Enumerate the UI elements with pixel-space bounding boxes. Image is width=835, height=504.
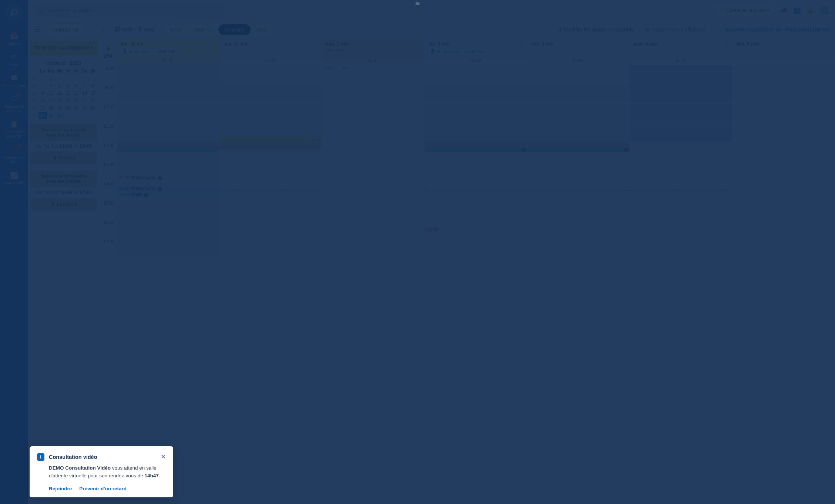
location-nantes-button[interactable]: 🗓 Nantes: [30, 151, 97, 164]
calendar-cell[interactable]: [630, 123, 732, 142]
avatar[interactable]: [819, 4, 830, 16]
edit-openings-link[interactable]: 🗓 Modifier les plages d'ouverture: [557, 27, 634, 33]
view-day[interactable]: Journée: [188, 24, 218, 35]
calendar-cell[interactable]: 14:30 DEMO Camille🎥14:47 DEMO🎥: [117, 181, 219, 200]
mini-cal-day[interactable]: 25: [55, 104, 64, 112]
mini-cal-day[interactable]: 28: [81, 104, 89, 112]
calendar-cell[interactable]: [219, 219, 322, 238]
rail-item-4[interactable]: 📋Gestion des patients: [0, 117, 28, 142]
rail-item-0[interactable]: 📅Agenda: [0, 28, 28, 49]
calendar-cell[interactable]: [630, 181, 732, 200]
mini-cal-day[interactable]: 31: [47, 112, 56, 119]
app-logo[interactable]: D: [5, 3, 23, 21]
day-header-6[interactable]: dim. 5 nov.⋮-: [732, 39, 835, 65]
calendar-cell[interactable]: [630, 200, 732, 219]
mini-cal-day[interactable]: 22: [89, 97, 97, 104]
slot-pill[interactable]: 16:45: [425, 227, 439, 232]
calendar-cell[interactable]: [425, 123, 527, 142]
calendar-cell[interactable]: [732, 84, 835, 104]
rail-item-2[interactable]: 💬Doctolib Team: [0, 70, 28, 91]
rail-item-3[interactable]: 🗨1Messagerie patients: [0, 91, 28, 117]
mini-cal-day[interactable]: 23: [38, 104, 47, 112]
calendar-cell[interactable]: [219, 181, 322, 200]
mini-cal-day[interactable]: 15: [89, 90, 97, 97]
mini-cal-day[interactable]: 27: [72, 104, 81, 112]
calendar-cell[interactable]: 🎥: [527, 142, 630, 161]
mini-cal-day[interactable]: 11: [55, 90, 64, 97]
display-settings-link[interactable]: 🖥 Paramètres d'affichage: [645, 27, 705, 33]
mini-cal-day[interactable]: 4: [55, 82, 64, 90]
mini-cal-day[interactable]: 26: [64, 104, 72, 112]
contact-support-button[interactable]: ❔ Contacter le support: [712, 4, 775, 16]
mini-cal-day[interactable]: 5: [64, 82, 72, 90]
mini-cal-day[interactable]: 1: [47, 75, 56, 82]
mini-cal-next[interactable]: ›: [89, 60, 97, 66]
mini-cal-day[interactable]: 16: [38, 97, 47, 104]
calendar-cell[interactable]: [425, 104, 527, 123]
calendar-cell[interactable]: [630, 84, 732, 104]
calendar-cell[interactable]: [527, 238, 630, 258]
calendar-cell[interactable]: [732, 65, 835, 84]
calendar-cell[interactable]: [117, 123, 219, 142]
calendar-cell[interactable]: [527, 65, 630, 84]
tab-chip[interactable]: Tous…: [340, 65, 354, 70]
mini-cal-day[interactable]: 30: [38, 112, 47, 119]
calendar-cell[interactable]: [630, 104, 732, 123]
calendar-cell[interactable]: [527, 181, 630, 200]
view-week[interactable]: Semaine: [218, 24, 251, 35]
rail-item-5[interactable]: 🎥!Consultation vidéo: [0, 142, 28, 168]
calendar-cell[interactable]: [630, 142, 732, 161]
mini-cal-day[interactable]: 29: [89, 104, 97, 112]
day-menu-icon[interactable]: ⋮: [519, 41, 524, 47]
calendar-cell[interactable]: [322, 200, 425, 219]
location-levallois-button[interactable]: 🗓 Levallois: [30, 198, 97, 210]
day-header-5[interactable]: sam. 4 nov.⋮0 / 19: [630, 39, 732, 65]
calendar-cell[interactable]: [219, 161, 322, 181]
lock-icon[interactable]: 🔒: [805, 6, 815, 14]
calendar-cell[interactable]: [117, 104, 219, 123]
day-menu-icon[interactable]: ⋮: [621, 41, 627, 47]
calendar-cell[interactable]: [322, 123, 425, 142]
calendar-cell[interactable]: [732, 181, 835, 200]
day-header-3[interactable]: jeu. 2 nov.👤Dr. Charles S… 09h30-10h⋮0 /…: [425, 39, 527, 65]
calendar-cell[interactable]: [732, 123, 835, 142]
appointment[interactable]: 14:47 DEMO🎥: [118, 192, 218, 198]
calendar-cell[interactable]: [219, 200, 322, 219]
practitioner-chip[interactable]: 👤Dr. Charles S… 09h30-19h: [121, 48, 177, 54]
mini-cal-day[interactable]: 13: [72, 90, 81, 97]
tab-chip[interactable]: ejzyy…: [323, 65, 338, 70]
day-menu-icon[interactable]: ⋮: [416, 41, 421, 47]
calendar-cell[interactable]: [219, 84, 322, 104]
calendar-cell[interactable]: [527, 200, 630, 219]
day-header-2[interactable]: mer. 1 nov.Toussaint⋮0 / 0: [322, 39, 425, 65]
rail-item-6[interactable]: 📈Mon activité: [0, 168, 28, 189]
calendar-cell[interactable]: 16:45: [425, 219, 527, 238]
calendar-cell[interactable]: [630, 65, 732, 84]
day-menu-icon[interactable]: ⋮: [724, 41, 729, 47]
calendar-cell[interactable]: [425, 181, 527, 200]
calendar-cell[interactable]: [219, 65, 322, 84]
calendar-cell[interactable]: [425, 200, 527, 219]
calendar-cell[interactable]: [732, 142, 835, 161]
calendar-cell[interactable]: [630, 219, 732, 238]
appointment[interactable]: 13:45 DEMO Camille🎥: [118, 175, 218, 181]
mini-cal-day[interactable]: 10: [47, 90, 56, 97]
calendar-cell[interactable]: [117, 142, 219, 161]
calendar-cell[interactable]: [527, 161, 630, 181]
prev-week-button[interactable]: ‹: [88, 26, 98, 33]
calendar-cell[interactable]: ejzyy…Tous…: [322, 65, 425, 84]
rail-item-1[interactable]: ✉Notes: [0, 49, 28, 70]
mini-cal-day[interactable]: 3: [47, 82, 56, 90]
calendar-cell[interactable]: [527, 219, 630, 238]
calendar-cell[interactable]: [322, 219, 425, 238]
calendar-cell[interactable]: [425, 65, 527, 84]
mini-cal-day[interactable]: 1: [55, 112, 64, 119]
mini-cal-day[interactable]: 21: [81, 97, 89, 104]
mini-cal-day[interactable]: 6: [72, 82, 81, 90]
calendar-cell[interactable]: [732, 219, 835, 238]
practitioner-chip[interactable]: 👤Dr. Charles S… 09h30-10h: [428, 48, 484, 54]
calendar-cell[interactable]: [117, 219, 219, 238]
team-icon[interactable]: 👥: [792, 6, 802, 14]
calendar-cell[interactable]: [527, 104, 630, 123]
calendar-cell[interactable]: [219, 238, 322, 258]
